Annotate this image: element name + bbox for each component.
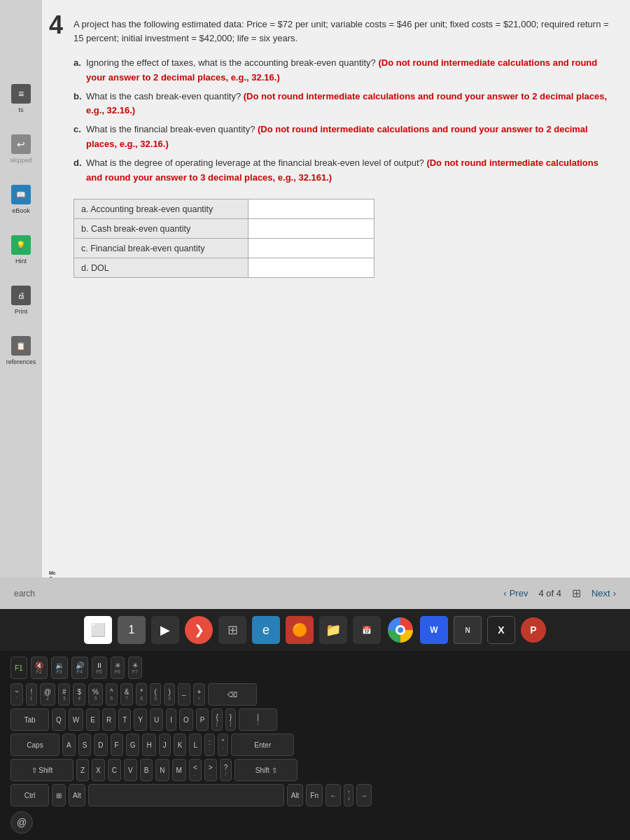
g-key[interactable]: G (126, 734, 140, 756)
taskbar-calendar-icon[interactable]: 📅 (353, 616, 381, 644)
fn-bottom-key[interactable]: Fn (306, 784, 323, 806)
key-5[interactable]: %5 (88, 683, 103, 706)
bracket-open-key[interactable]: {[ (211, 708, 222, 731)
sidebar-item-ebook[interactable]: 📖 eBook (11, 185, 31, 214)
p-key[interactable]: P (196, 708, 209, 731)
z-key[interactable]: Z (76, 759, 89, 781)
row-c-input-cell[interactable] (248, 239, 374, 258)
d-key[interactable]: D (94, 734, 107, 756)
y-key[interactable]: Y (134, 708, 147, 731)
taskbar-folder-icon[interactable]: 📁 (319, 616, 347, 644)
equal-key[interactable]: += (193, 683, 206, 706)
row-d-input[interactable] (255, 263, 367, 273)
taskbar-edge-icon[interactable]: e (252, 616, 280, 644)
e-key[interactable]: E (86, 708, 99, 731)
s-key[interactable]: S (78, 734, 92, 756)
next-button[interactable]: Next › (592, 588, 616, 598)
taskbar-grid-icon[interactable]: ⊞ (218, 616, 246, 644)
row-a-input-cell[interactable] (248, 200, 374, 219)
u-key[interactable]: U (150, 708, 163, 731)
enter-key[interactable]: Enter (231, 734, 294, 756)
key-7[interactable]: &7 (120, 683, 134, 706)
taskbar-x-icon[interactable]: X (487, 616, 515, 644)
period-key[interactable]: >. (204, 759, 217, 781)
k-key[interactable]: K (174, 734, 187, 756)
left-shift-key[interactable]: ⇧ Shift (10, 759, 74, 781)
sidebar-item-ts[interactable]: ≡ ts (11, 84, 31, 113)
taskbar-app1-icon[interactable]: ❯ (185, 616, 213, 644)
key-4[interactable]: $4 (73, 683, 85, 706)
prev-button[interactable]: ‹ Prev (503, 588, 528, 598)
semicolon-key[interactable]: :; (204, 734, 215, 756)
right-arrow-key[interactable]: → (356, 784, 372, 806)
vol-down-key[interactable]: 🔉F3 (51, 657, 68, 679)
f-key[interactable]: F (111, 734, 123, 756)
taskbar-camera-icon[interactable]: 1 (118, 616, 146, 644)
i-key[interactable]: I (166, 708, 176, 731)
taskbar-word-icon[interactable]: W (420, 616, 448, 644)
tab-key[interactable]: Tab (10, 708, 49, 731)
key-8[interactable]: *8 (136, 683, 147, 706)
b-key[interactable]: B (140, 759, 153, 781)
row-d-input-cell[interactable] (248, 258, 374, 278)
sidebar-item-references[interactable]: 📋 references (6, 336, 36, 365)
alt-key[interactable]: Alt (69, 784, 85, 806)
w-key[interactable]: W (69, 708, 83, 731)
taskbar-orange-icon[interactable]: 🟠 (286, 616, 314, 644)
f6-key[interactable]: ✳F6 (111, 657, 125, 679)
sidebar-item-print[interactable]: 🖨 Print (11, 286, 31, 315)
taskbar-n-icon[interactable]: N (454, 616, 482, 644)
key-3[interactable]: #3 (58, 683, 71, 706)
vol-up-key[interactable]: 🔊F4 (71, 657, 88, 679)
minus-key[interactable]: _- (178, 683, 190, 706)
row-b-input-cell[interactable] (248, 219, 374, 239)
caps-key[interactable]: Caps (10, 734, 59, 756)
fn-key[interactable]: F1 (10, 657, 27, 679)
taskbar-video-icon[interactable]: ▶ (151, 616, 179, 644)
h-key[interactable]: H (142, 734, 155, 756)
at-symbol-key[interactable]: @ (10, 811, 33, 834)
v-key[interactable]: V (124, 759, 137, 781)
c-key[interactable]: C (108, 759, 121, 781)
row-a-input[interactable] (255, 204, 367, 214)
up-down-arrow-keys[interactable]: ↑ ↓ (344, 784, 354, 806)
win-key[interactable]: ⊞ (52, 784, 66, 806)
backslash-key[interactable]: |\ (239, 708, 277, 731)
j-key[interactable]: J (159, 734, 171, 756)
ctrl-key[interactable]: Ctrl (10, 784, 49, 806)
taskbar-p-icon[interactable]: P (521, 617, 546, 643)
row-b-input[interactable] (255, 224, 367, 234)
key-6[interactable]: ^6 (106, 683, 118, 706)
alt-gr-key[interactable]: Alt (287, 784, 304, 806)
n-key[interactable]: N (155, 759, 169, 781)
taskbar-square-icon[interactable]: ⬜ (84, 616, 112, 644)
t-key[interactable]: T (118, 708, 131, 731)
x-key[interactable]: X (92, 759, 105, 781)
tilde-key[interactable]: ~` (10, 683, 23, 706)
r-key[interactable]: R (102, 708, 115, 731)
sidebar-item-hint[interactable]: 💡 Hint (11, 235, 31, 265)
comma-key[interactable]: <, (189, 759, 202, 781)
o-key[interactable]: O (179, 708, 193, 731)
mute-key[interactable]: 🔇F2 (31, 657, 48, 679)
row-c-input[interactable] (255, 244, 367, 253)
backspace-key[interactable]: ⌫ (208, 683, 257, 706)
bracket-close-key[interactable]: }] (225, 708, 236, 731)
pause-key[interactable]: ⏸F5 (92, 657, 107, 679)
key-0[interactable]: )0 (164, 683, 175, 706)
key-9[interactable]: (9 (150, 683, 161, 706)
spacebar-key[interactable] (88, 784, 284, 806)
a-key[interactable]: A (62, 734, 76, 756)
sidebar-item-skipped[interactable]: ↩ skipped (10, 134, 31, 164)
f7-key[interactable]: ✳F7 (128, 657, 142, 679)
slash-key[interactable]: ?/ (220, 759, 232, 781)
m-key[interactable]: M (172, 759, 186, 781)
key-1[interactable]: !1 (26, 683, 37, 706)
right-shift-key[interactable]: Shift ⇧ (234, 759, 298, 781)
quote-key[interactable]: "' (218, 734, 229, 756)
l-key[interactable]: L (189, 734, 202, 756)
q-key[interactable]: Q (52, 708, 66, 731)
key-2[interactable]: @2 (40, 683, 55, 706)
left-arrow-key[interactable]: ← (326, 784, 341, 806)
taskbar-chrome-icon[interactable] (386, 616, 414, 644)
